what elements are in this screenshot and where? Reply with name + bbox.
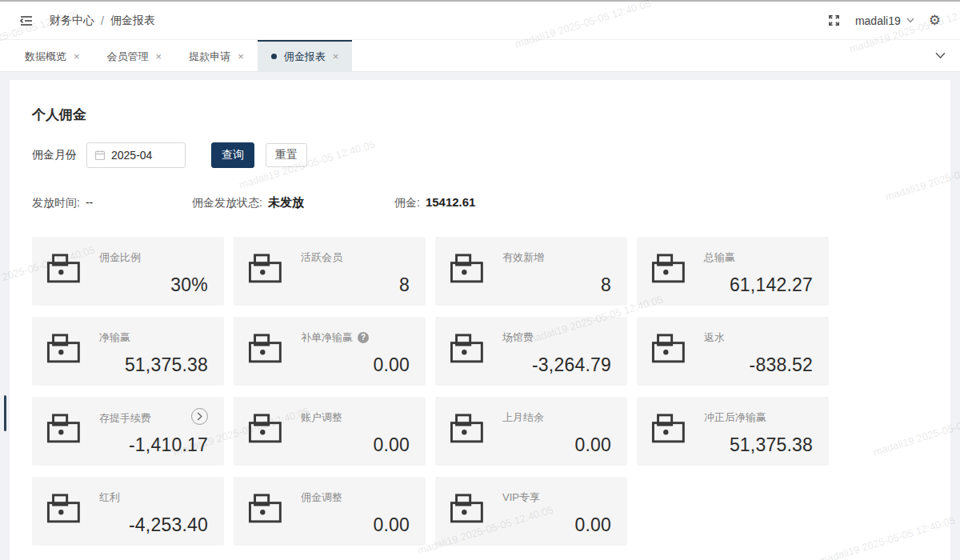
stat-card-14: VIP专享0.00	[435, 477, 627, 546]
query-form: 佣金月份 2025-04 查询 重置	[32, 142, 307, 168]
wallet-icon	[651, 332, 686, 366]
stat-card-body: 存提手续费-1,410.17	[99, 411, 208, 456]
tab-0[interactable]: 数据概览×	[11, 40, 94, 71]
search-button[interactable]: 查询	[211, 142, 254, 168]
breadcrumb: 财务中心 / 佣金报表	[50, 14, 155, 28]
issue-status-value: 未发放	[268, 195, 304, 210]
wallet-icon	[46, 492, 82, 526]
topbar-right: madali19 ⚙	[827, 14, 941, 27]
breadcrumb-separator: /	[101, 14, 104, 27]
window-top-edge	[0, 0, 960, 2]
stat-card-6: 场馆费-3,264.79	[435, 317, 627, 386]
stat-card-label: 场馆费	[502, 331, 534, 344]
stat-card-label: 存提手续费	[99, 412, 151, 425]
expand-detail-icon[interactable]	[191, 408, 208, 425]
tab-1[interactable]: 会员管理×	[94, 40, 176, 71]
tab-close-icon[interactable]: ×	[74, 51, 80, 62]
stat-card-body: 上月结余0.00	[502, 411, 611, 456]
tab-label: 会员管理	[107, 50, 149, 64]
tab-2[interactable]: 提款申请×	[175, 40, 258, 71]
stat-card-value: 61,142.27	[704, 274, 813, 296]
stat-card-body: 红利-4,253.40	[99, 491, 208, 536]
stat-card-8: 存提手续费-1,410.17	[32, 397, 224, 466]
stat-card-label: 补单净输赢	[301, 331, 353, 344]
stat-card-header: 总输赢	[704, 251, 813, 264]
stat-card-body: 佣金调整0.00	[301, 491, 410, 536]
menu-fold-icon[interactable]	[19, 14, 34, 28]
stat-card-4: 净输赢51,375.38	[32, 317, 224, 386]
stat-card-label: 冲正后净输赢	[704, 411, 766, 424]
wallet-icon	[450, 252, 485, 286]
wallet-icon	[651, 252, 686, 286]
reset-button[interactable]: 重置	[266, 143, 307, 167]
stat-card-13: 佣金调整0.00	[234, 477, 426, 546]
month-field-label: 佣金月份	[32, 148, 77, 162]
stat-card-header: 补单净输赢?	[301, 331, 410, 344]
stat-card-label: 佣金比例	[99, 251, 141, 264]
wallet-icon	[248, 332, 283, 366]
stat-card-header: 红利	[99, 491, 208, 504]
main-panel: 个人佣金 佣金月份 2025-04 查询 重置 发放时间: -- 佣金发放状态:	[10, 80, 950, 560]
stat-card-value: 0.00	[502, 434, 611, 456]
user-menu[interactable]: madali19	[855, 14, 914, 27]
calendar-icon	[94, 150, 106, 161]
tab-label: 佣金报表	[284, 50, 326, 64]
tabs: 数据概览×会员管理×提款申请×佣金报表×	[11, 40, 352, 71]
stat-card-header: 冲正后净输赢	[704, 411, 813, 424]
stat-card-body: 净输赢51,375.38	[99, 331, 208, 376]
tab-3[interactable]: 佣金报表×	[258, 40, 353, 71]
stat-card-value: 30%	[99, 274, 208, 296]
stat-card-header: 活跃会员	[301, 251, 410, 264]
active-tab-dot	[271, 54, 277, 59]
wallet-icon	[450, 332, 485, 366]
stat-card-body: 有效新增8	[502, 251, 611, 296]
stat-card-10: 上月结余0.00	[435, 397, 627, 466]
tab-close-icon[interactable]: ×	[238, 51, 244, 62]
commission-label: 佣金:	[394, 196, 420, 210]
stat-card-label: 佣金调整	[301, 491, 342, 504]
commission-value: 15412.61	[426, 195, 476, 209]
wallet-icon	[248, 492, 283, 526]
issue-status-label: 佣金发放状态:	[192, 196, 262, 210]
tab-close-icon[interactable]: ×	[156, 51, 162, 62]
wallet-icon	[46, 332, 82, 366]
stat-card-body: 补单净输赢?0.00	[301, 331, 410, 376]
stat-card-value: -838.52	[704, 354, 813, 376]
month-picker-value: 2025-04	[111, 149, 152, 162]
stat-cards-grid: 佣金比例30%活跃会员8有效新增8总输赢61,142.27净输赢51,375.3…	[32, 237, 829, 546]
stat-card-header: 佣金调整	[301, 491, 410, 504]
help-icon[interactable]: ?	[358, 332, 369, 343]
gear-icon[interactable]: ⚙	[929, 14, 941, 27]
fullscreen-icon[interactable]	[827, 14, 841, 27]
stat-card-label: 账户调整	[301, 411, 342, 424]
stat-card-value: -1,410.17	[99, 434, 208, 456]
breadcrumb-parent[interactable]: 财务中心	[50, 14, 94, 28]
page-title: 个人佣金	[32, 106, 86, 124]
stat-card-header: 上月结余	[502, 411, 611, 424]
stat-card-body: 冲正后净输赢51,375.38	[704, 411, 813, 456]
stat-card-label: 净输赢	[99, 331, 130, 344]
left-scroll-handle[interactable]	[4, 395, 6, 431]
stat-card-header: 返水	[704, 331, 813, 344]
stat-card-header: 存提手续费	[99, 411, 208, 425]
stat-card-2: 有效新增8	[435, 237, 627, 306]
stat-card-12: 红利-4,253.40	[32, 477, 224, 546]
issue-time-value: --	[86, 196, 93, 209]
wallet-icon	[46, 252, 82, 286]
stat-card-body: VIP专享0.00	[502, 491, 611, 536]
stat-card-value: -3,264.79	[502, 354, 611, 376]
username: madali19	[855, 14, 901, 27]
stat-card-value: 0.00	[301, 434, 410, 456]
app-screen: 财务中心 / 佣金报表 madali19 ⚙ 数据概览×会员管理×提款申请×佣金…	[0, 0, 960, 560]
stat-card-body: 总输赢61,142.27	[704, 251, 813, 296]
tab-close-icon[interactable]: ×	[333, 51, 339, 62]
wallet-icon	[450, 412, 485, 446]
stat-card-body: 返水-838.52	[704, 331, 813, 376]
wallet-icon	[248, 412, 283, 446]
topbar: 财务中心 / 佣金报表 madali19 ⚙	[0, 2, 960, 40]
stat-card-value: 0.00	[301, 514, 410, 536]
breadcrumb-current: 佣金报表	[110, 14, 155, 28]
tab-label: 数据概览	[25, 50, 66, 64]
month-picker-input[interactable]: 2025-04	[86, 142, 186, 168]
tabbar-chevron-down-icon[interactable]	[935, 52, 946, 59]
